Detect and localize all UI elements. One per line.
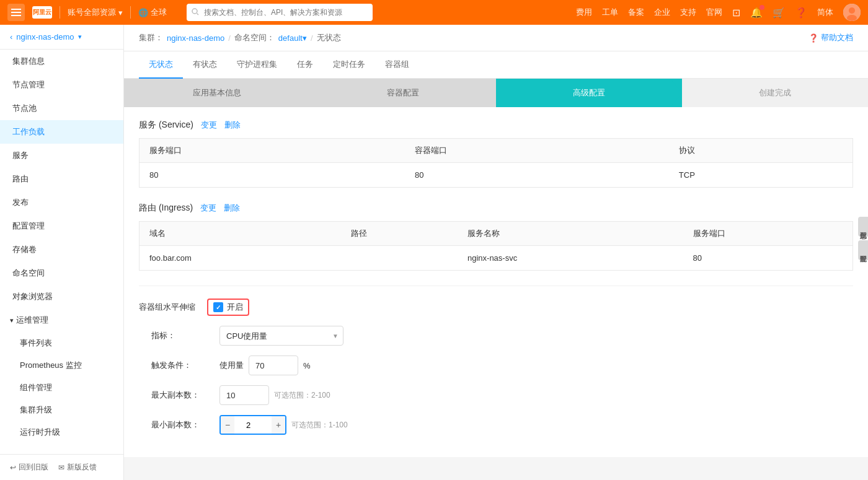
ingress-table-header: 域名 路径 服务名称 服务端口 — [140, 222, 853, 246]
ingress-delete-button[interactable]: 删除 — [224, 203, 240, 214]
ingress-service-port-header: 服务端口 — [683, 222, 853, 246]
sidebar-item-workload[interactable]: 工作负载 — [0, 120, 123, 144]
lang-switch[interactable]: 简体 — [817, 7, 833, 18]
help-link[interactable]: ❓ 帮助文档 — [808, 32, 853, 43]
hpa-trigger-label: 触发条件： — [151, 360, 213, 371]
step-advanced-config[interactable]: 高级配置 — [496, 79, 682, 107]
search-container — [187, 4, 373, 21]
svg-point-7 — [847, 15, 857, 21]
hpa-trigger-control: 使用量 % — [219, 356, 311, 375]
svg-line-4 — [197, 14, 199, 15]
hpa-max-replica-input[interactable] — [219, 385, 269, 405]
tab-stateful[interactable]: 有状态 — [183, 51, 227, 79]
logo[interactable]: 阿里云 — [32, 6, 52, 19]
service-table-row: 80 80 TCP — [140, 163, 853, 188]
svg-rect-0 — [11, 9, 21, 10]
hpa-min-replica-range: 可选范围：1-100 — [291, 420, 348, 430]
tab-pod[interactable]: 容器组 — [375, 51, 419, 79]
service-change-button[interactable]: 变更 — [201, 120, 217, 131]
hpa-title-row: 容器组水平伸缩 开启 — [139, 299, 853, 316]
sidebar-item-events[interactable]: 事件列表 — [0, 332, 123, 354]
service-port-value: 80 — [140, 163, 405, 188]
ingress-service-port-value: 80 — [683, 246, 853, 271]
hpa-trigger-input[interactable] — [249, 356, 298, 375]
cart-icon[interactable]: 🛒 — [773, 7, 785, 19]
hpa-max-replica-row: 最大副本数： 可选范围：2-100 — [151, 385, 853, 405]
nav-divider — [60, 6, 60, 19]
sidebar-item-prometheus[interactable]: Prometheus 监控 — [0, 354, 123, 377]
menu-icon[interactable] — [7, 4, 25, 21]
search-input[interactable] — [187, 4, 373, 21]
service-section: 服务 (Service) 变更 删除 服务端口 容器端口 协议 80 — [139, 120, 853, 188]
nav-ticket[interactable]: 工单 — [602, 7, 618, 18]
help-icon[interactable]: ❓ — [795, 7, 807, 19]
sidebar-group-ops[interactable]: ▾ 运维管理 — [0, 308, 123, 332]
protocol-value: TCP — [669, 163, 853, 188]
hpa-enable-row: 开启 — [207, 299, 249, 316]
hpa-section: 容器组水平伸缩 开启 指标： CPU使用量 内存使用量 — [139, 286, 853, 435]
sidebar-item-cluster-info[interactable]: 集群信息 — [0, 50, 123, 73]
hpa-min-replica-input[interactable] — [234, 416, 272, 434]
collapse-tab-config-manage[interactable]: 配置管理 — [858, 240, 868, 260]
service-table-header: 服务端口 容器端口 协议 — [140, 139, 853, 163]
nav-support[interactable]: 支持 — [680, 7, 696, 18]
sidebar: ‹ nginx-nas-demo ▾ 集群信息 节点管理 节点池 工作负载 服务… — [0, 25, 124, 480]
namespace-label: 命名空间： — [234, 32, 275, 43]
question-icon: ❓ — [808, 33, 818, 43]
svg-rect-1 — [11, 12, 21, 13]
hpa-min-replica-decrement[interactable]: − — [221, 416, 234, 434]
region-menu[interactable]: 🌐 全球 — [138, 7, 167, 18]
cluster-selector[interactable]: ‹ nginx-nas-demo ▾ — [0, 25, 123, 50]
sidebar-item-release[interactable]: 发布 — [0, 191, 123, 214]
nav-record[interactable]: 备案 — [628, 7, 644, 18]
sidebar-item-cluster-upgrade[interactable]: 集群升级 — [0, 399, 123, 421]
ingress-change-button[interactable]: 变更 — [200, 203, 216, 214]
search-icon — [192, 8, 199, 15]
namespace-link[interactable]: default▾ — [278, 33, 307, 43]
cluster-link[interactable]: nginx-nas-demo — [167, 33, 224, 43]
tab-stateless[interactable]: 无状态 — [139, 51, 183, 79]
step-container-config[interactable]: 容器配置 — [310, 79, 496, 107]
sidebar-item-service[interactable]: 服务 — [0, 144, 123, 167]
sidebar-item-route[interactable]: 路由 — [0, 167, 123, 191]
service-delete-button[interactable]: 删除 — [224, 120, 241, 131]
sidebar-item-component-management[interactable]: 组件管理 — [0, 377, 123, 399]
hpa-metric-select[interactable]: CPU使用量 内存使用量 — [219, 326, 343, 346]
sidebar-item-node-pool[interactable]: 节点池 — [0, 97, 123, 120]
feedback-button[interactable]: ✉ 新版反馈 — [58, 462, 97, 473]
tab-cron-job[interactable]: 定时任务 — [323, 51, 375, 79]
hpa-enable-checkbox[interactable] — [213, 302, 223, 312]
breadcrumb-sep2: / — [311, 33, 313, 43]
avatar[interactable] — [843, 4, 861, 21]
nav-official[interactable]: 官网 — [706, 7, 722, 18]
container-port-value: 80 — [405, 163, 669, 188]
back-old-version-button[interactable]: ↩ 回到旧版 — [10, 462, 48, 473]
breadcrumb: 集群： nginx-nas-demo / 命名空间： default▾ / 无状… — [139, 32, 341, 43]
container-port-header: 容器端口 — [405, 139, 669, 163]
nav-enterprise[interactable]: 企业 — [654, 7, 670, 18]
step-basic-info[interactable]: 应用基本信息 — [124, 79, 310, 107]
sidebar-item-namespace[interactable]: 命名空间 — [0, 261, 123, 285]
protocol-header: 协议 — [669, 139, 853, 163]
sidebar-item-node-management[interactable]: 节点管理 — [0, 73, 123, 97]
logo-icon: 阿里云 — [32, 6, 52, 19]
domain-value: foo.bar.com — [140, 246, 342, 271]
screen-icon[interactable]: ⊡ — [732, 7, 740, 19]
hpa-min-replica-control: − + 可选范围：1-100 — [219, 415, 348, 435]
account-menu[interactable]: 账号全部资源 ▾ — [68, 7, 123, 18]
cluster-label: 集群： — [139, 32, 163, 43]
collapse-tab-config-info[interactable]: 配置信息 — [858, 217, 868, 237]
hpa-min-replica-stepper: − + — [219, 415, 286, 435]
service-port-header: 服务端口 — [140, 139, 405, 163]
hpa-metric-label: 指标： — [151, 330, 213, 341]
sidebar-item-runtime-upgrade[interactable]: 运行时升级 — [0, 421, 123, 443]
hpa-min-replica-increment[interactable]: + — [272, 416, 285, 434]
sidebar-item-object-browser[interactable]: 对象浏览器 — [0, 285, 123, 308]
sidebar-item-config[interactable]: 配置管理 — [0, 214, 123, 238]
tab-daemonset[interactable]: 守护进程集 — [227, 51, 287, 79]
nav-fee[interactable]: 费用 — [576, 7, 592, 18]
tab-job[interactable]: 任务 — [287, 51, 323, 79]
nav-divider-2 — [130, 6, 131, 19]
sidebar-item-storage[interactable]: 存储卷 — [0, 238, 123, 261]
path-header: 路径 — [341, 222, 458, 246]
